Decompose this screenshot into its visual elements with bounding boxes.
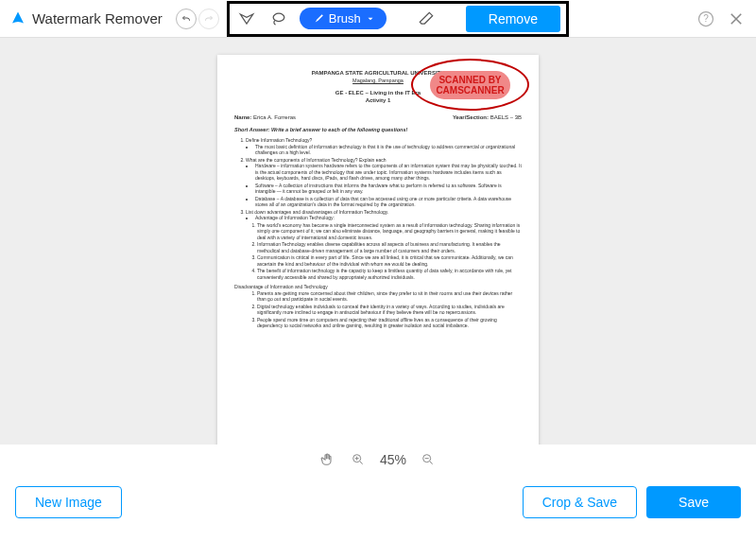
history-buttons bbox=[176, 9, 219, 29]
lasso-icon bbox=[269, 9, 288, 28]
polygon-icon bbox=[237, 9, 256, 28]
close-button[interactable] bbox=[726, 9, 747, 29]
pan-tool[interactable] bbox=[319, 451, 336, 468]
new-image-button[interactable]: New Image bbox=[15, 486, 122, 518]
zoom-in-icon bbox=[351, 452, 366, 467]
undo-button[interactable] bbox=[176, 9, 197, 29]
footer-right: Crop & Save Save bbox=[523, 486, 741, 518]
svg-text:?: ? bbox=[703, 13, 709, 24]
doc-q2: What are the components of Information T… bbox=[246, 157, 522, 208]
doc-name-row: Name: Erica A. Forreras Year/Section: BA… bbox=[234, 114, 522, 122]
crop-save-button[interactable]: Crop & Save bbox=[523, 486, 637, 518]
footer-bar: New Image Crop & Save Save bbox=[0, 475, 756, 530]
doc-short-answer: Short Answer: Write a brief answer to ea… bbox=[234, 127, 522, 133]
brush-tool[interactable]: Brush bbox=[300, 8, 387, 29]
zoom-bar: 45% bbox=[0, 445, 756, 475]
svg-point-0 bbox=[273, 13, 284, 21]
save-button[interactable]: Save bbox=[646, 486, 741, 518]
canvas-area[interactable]: SCANNED BY CAMSCANNER PAMPANGA STATE AGR… bbox=[0, 38, 756, 445]
zoom-level: 45% bbox=[380, 452, 406, 467]
doc-questions: Define Information Technology? The most … bbox=[246, 137, 522, 329]
header-right: ? bbox=[696, 9, 747, 29]
document-page: SCANNED BY CAMSCANNER PAMPANGA STATE AGR… bbox=[217, 55, 539, 445]
zoom-in-button[interactable] bbox=[350, 451, 367, 468]
app-logo-icon bbox=[9, 10, 26, 27]
zoom-out-icon bbox=[421, 452, 436, 467]
remove-button[interactable]: Remove bbox=[466, 6, 560, 32]
watermark-line1: SCANNED BY bbox=[436, 75, 504, 85]
redo-icon bbox=[203, 13, 215, 25]
polygon-tool[interactable] bbox=[235, 8, 258, 30]
help-button[interactable]: ? bbox=[696, 9, 716, 29]
chevron-down-icon bbox=[366, 14, 375, 24]
zoom-out-button[interactable] bbox=[420, 451, 437, 468]
header-bar: Watermark Remover Brush Remove ? bbox=[0, 0, 756, 38]
help-icon: ? bbox=[696, 9, 715, 28]
toolbar: Brush Remove bbox=[227, 1, 569, 37]
eraser-tool[interactable] bbox=[415, 8, 438, 30]
watermark-line2: CAMSCANNER bbox=[436, 85, 504, 96]
watermark-selection[interactable]: SCANNED BY CAMSCANNER bbox=[411, 59, 529, 111]
eraser-icon bbox=[417, 9, 436, 28]
logo-area: Watermark Remover bbox=[9, 10, 163, 27]
lasso-tool[interactable] bbox=[267, 8, 290, 30]
close-icon bbox=[728, 10, 745, 27]
hand-icon bbox=[319, 451, 336, 468]
doc-q3: List down advantages and disadvantages o… bbox=[246, 209, 522, 329]
watermark-highlight: SCANNED BY CAMSCANNER bbox=[430, 71, 509, 99]
brush-label: Brush bbox=[329, 11, 361, 26]
doc-q1: Define Information Technology? The most … bbox=[246, 137, 522, 156]
brush-icon bbox=[311, 12, 324, 26]
undo-icon bbox=[180, 13, 192, 25]
redo-button[interactable] bbox=[198, 9, 219, 29]
app-title: Watermark Remover bbox=[32, 10, 163, 26]
